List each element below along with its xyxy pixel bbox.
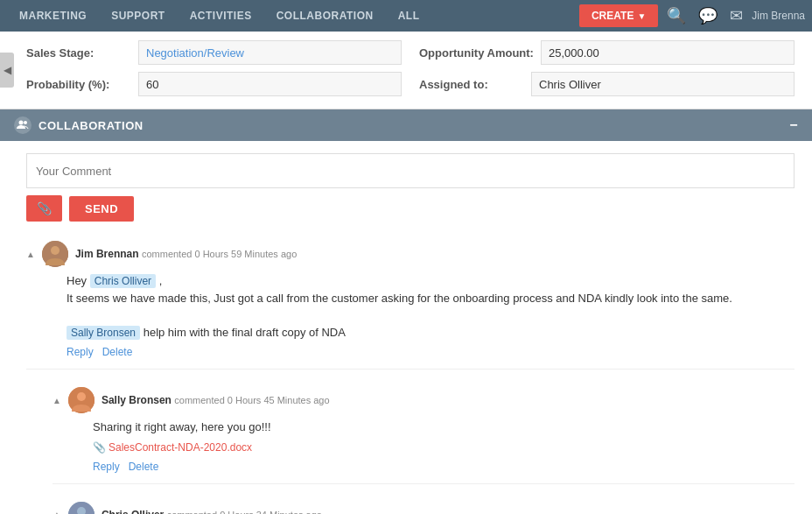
comment-author: Jim Brennan — [75, 248, 139, 260]
assigned-to-value: Chris Olliver — [531, 72, 794, 96]
fields-section: Sales Stage: Negotiation/Review Probabil… — [0, 32, 812, 109]
attachment-link[interactable]: 📎 SalesContract-NDA-2020.docx — [93, 440, 794, 455]
paperclip-icon: 📎 — [93, 440, 106, 455]
send-button[interactable]: SEND — [69, 196, 134, 222]
collaboration-header: COLLABORATION − — [0, 109, 812, 141]
minimize-button[interactable]: − — [789, 117, 798, 133]
comment-action-buttons: 📎 SEND — [26, 195, 794, 222]
comment-item: ▲ Jim Brennan commented 0 Hours 59 Minut… — [26, 232, 794, 370]
probability-row: Probability (%): 60 — [26, 72, 402, 96]
assigned-to-label: Assigned to: — [419, 78, 524, 91]
nav-support[interactable]: SUPPORT — [99, 0, 178, 32]
comment-body: Sharing it right away, here you go!!! 📎 … — [93, 419, 794, 475]
svg-point-0 — [19, 121, 24, 125]
comment-author: Chris Olliver — [102, 509, 164, 515]
comment-header: ▲ Chris Olliver commented 0 Hours 34 Min… — [52, 502, 794, 515]
comment-time: commented 0 Hours 59 Minutes ago — [142, 249, 297, 259]
attach-button[interactable]: 📎 — [26, 195, 62, 222]
nav-activities[interactable]: ACTIVITIES — [178, 0, 264, 32]
collaboration-icon — [14, 116, 32, 134]
avatar — [42, 241, 68, 267]
nav-collaboration[interactable]: COLLABORATION — [264, 0, 386, 32]
top-navigation: MARKETING SUPPORT ACTIVITIES COLLABORATI… — [0, 0, 812, 32]
opportunity-amount-label: Opportunity Amount: — [419, 46, 534, 60]
comment-time: commented 0 Hours 45 Minutes ago — [174, 395, 329, 405]
opportunity-amount-value: 25,000.00 — [541, 40, 794, 65]
comment-meta: Sally Bronsen commented 0 Hours 45 Minut… — [102, 394, 330, 406]
probability-label: Probability (%): — [26, 78, 131, 91]
mention-sally: Sally Bronsen — [66, 326, 140, 340]
sidebar-toggle[interactable]: ◀ — [0, 53, 14, 88]
sales-stage-row: Sales Stage: Negotiation/Review — [26, 40, 402, 65]
fields-left: Sales Stage: Negotiation/Review Probabil… — [26, 40, 402, 96]
nav-right: CREATE ▼ 🔍 💬 ✉ Jim Brenna — [579, 4, 805, 27]
svg-point-5 — [77, 392, 86, 401]
comment-input-area: 📎 SEND — [26, 153, 794, 222]
collapse-arrow-icon[interactable]: ▲ — [52, 510, 61, 514]
fields-grid: Sales Stage: Negotiation/Review Probabil… — [26, 40, 794, 96]
comment-meta: Jim Brennan commented 0 Hours 59 Minutes… — [75, 248, 297, 260]
comment-meta: Chris Olliver commented 0 Hours 34 Minut… — [102, 509, 322, 515]
notifications-icon[interactable]: 💬 — [695, 6, 721, 25]
probability-value: 60 — [138, 72, 402, 96]
svg-point-1 — [24, 121, 27, 124]
reply-link[interactable]: Reply — [66, 344, 94, 360]
comment-thread: ▲ Jim Brennan commented 0 Hours 59 Minut… — [26, 232, 794, 514]
delete-link[interactable]: Delete — [102, 344, 133, 360]
sales-stage-value: Negotiation/Review — [138, 40, 402, 65]
dropdown-arrow-icon: ▼ — [637, 11, 646, 21]
avatar — [68, 387, 94, 413]
nav-marketing[interactable]: MARKETING — [7, 0, 99, 32]
svg-point-3 — [51, 246, 60, 255]
comment-actions-row: Reply Delete — [93, 459, 794, 475]
opportunity-amount-row: Opportunity Amount: 25,000.00 — [419, 40, 794, 65]
comment-header: ▲ Sally Bronsen commented 0 Hours 45 Min… — [52, 387, 794, 413]
comment-author: Sally Bronsen — [102, 394, 172, 406]
collapse-arrow-icon[interactable]: ▲ — [26, 250, 35, 259]
comment-body: Hey Chris Olliver , It seems we have mad… — [66, 272, 794, 360]
create-button[interactable]: CREATE ▼ — [579, 4, 658, 27]
chevron-left-icon: ◀ — [4, 64, 11, 76]
sales-stage-label: Sales Stage: — [26, 46, 131, 60]
nav-items: MARKETING SUPPORT ACTIVITIES COLLABORATI… — [7, 0, 579, 32]
user-name[interactable]: Jim Brenna — [752, 10, 805, 22]
comment-header: ▲ Jim Brennan commented 0 Hours 59 Minut… — [26, 241, 794, 267]
nav-all[interactable]: ALL — [386, 0, 432, 32]
comment-item: ▲ Chris Olliver commented 0 Hours 34 Min… — [52, 493, 794, 515]
collapse-arrow-icon[interactable]: ▲ — [52, 396, 61, 405]
comment-input[interactable] — [26, 153, 794, 188]
mention-chris: Chris Olliver — [90, 274, 156, 288]
search-icon[interactable]: 🔍 — [663, 6, 690, 25]
reply-link[interactable]: Reply — [93, 459, 120, 475]
assigned-to-row: Assigned to: Chris Olliver — [419, 72, 794, 96]
comment-item: ▲ Sally Bronsen commented 0 Hours 45 Min… — [52, 378, 794, 484]
collaboration-title: COLLABORATION — [38, 119, 144, 132]
comment-actions-row: Reply Delete — [66, 344, 794, 360]
fields-right: Opportunity Amount: 25,000.00 Assigned t… — [419, 40, 794, 96]
messages-icon[interactable]: ✉ — [726, 6, 746, 25]
comment-time: commented 0 Hours 34 Minutes ago — [167, 510, 322, 515]
delete-link[interactable]: Delete — [129, 459, 159, 475]
avatar — [68, 502, 94, 515]
collaboration-body: 📎 SEND ▲ Jim Brennan commented 0 Hours 5… — [0, 141, 812, 514]
